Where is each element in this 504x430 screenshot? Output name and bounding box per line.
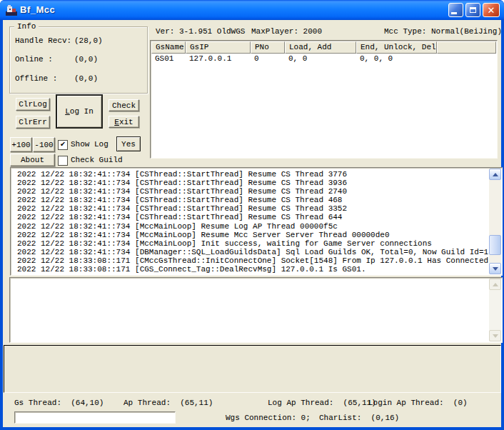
log-lines: 2022 12/22 18:32:41::734 [CSThread::Star… (17, 170, 488, 274)
scroll-down-icon (493, 334, 498, 341)
scroll-up-icon (493, 170, 498, 176)
login-ap-thread-status: Login Ap Thread: (0) (368, 399, 468, 408)
charlist-status: CharList: (0,16) (319, 414, 399, 423)
wgs-connection-status: Wgs Connection: 0; (226, 414, 311, 423)
info-groupbox: Info Handle Recv: (28,0) Online : (0,0) … (9, 26, 148, 94)
app-window: Bf_Mcc ✕ Info Handle Recv: (28,0) Online… (0, 0, 504, 430)
yes-button[interactable]: Yes (116, 136, 141, 151)
online-value: (0,0) (74, 55, 98, 64)
error-scrollbar (489, 279, 501, 341)
scroll-down-button[interactable] (489, 263, 501, 274)
log-line: 2022 12/22 18:32:41::734 [CSThread::Star… (17, 213, 488, 221)
maximize-icon (470, 7, 476, 13)
scroll-up-button[interactable] (489, 169, 501, 180)
minimize-icon (451, 12, 457, 14)
scrollbar-thumb[interactable] (489, 235, 501, 255)
exit-button[interactable]: Exit (109, 116, 139, 128)
maximize-button[interactable] (465, 3, 480, 17)
log-listbox[interactable]: 2022 12/22 18:32:41::734 [CSThread::Star… (10, 167, 503, 276)
window-title: Bf_Mcc (20, 4, 55, 15)
check-guild-label[interactable]: Check Guild (71, 156, 123, 165)
maxplayer-label: MaxPlayer: 2000 (251, 27, 322, 36)
cell-gsip: 127.0.0.1 (186, 54, 251, 64)
command-input[interactable] (14, 411, 176, 424)
log-line: 2022 12/22 18:32:41::734 [CSThread::Star… (17, 187, 488, 196)
log-line: 2022 12/22 18:33:08::171 [CMccGsThread::… (17, 256, 488, 265)
log-line: 2022 12/22 18:32:41::734 [DBManager::SQL… (17, 248, 488, 256)
clrlog-button[interactable]: ClrLog (16, 98, 50, 111)
ap-thread-status: Ap Thread: (65,11) (124, 399, 213, 408)
scroll-down-button-disabled (489, 330, 501, 341)
log-line: 2022 12/22 18:32:41::734 [MccMainLoop] R… (17, 231, 488, 239)
plus100-button[interactable]: +100 (10, 137, 32, 152)
handle-recv-label: Handle Recv: (15, 36, 71, 46)
column-header-gsname[interactable]: GsName (151, 41, 186, 54)
close-button[interactable]: ✕ (483, 3, 500, 17)
app-icon (6, 4, 17, 16)
minus100-button[interactable]: -100 (33, 137, 55, 152)
column-header-load-add[interactable]: Load, Add (285, 41, 356, 54)
offline-value: (0,0) (74, 74, 98, 84)
online-label: Online : (15, 55, 53, 64)
column-header-gsip[interactable]: GsIP (186, 41, 251, 54)
cell-pno: 0 (251, 54, 285, 64)
handle-recv-value: (28,0) (74, 36, 103, 46)
column-header-filler (437, 41, 496, 54)
gs-thread-status: Gs Thread: (64,10) (14, 399, 104, 408)
cell-gsname: GS01 (151, 54, 186, 64)
info-groupbox-title: Info (14, 22, 39, 31)
clrerr-button[interactable]: ClrErr (16, 116, 50, 129)
cell-load-add: 0, 0 (285, 54, 356, 64)
show-log-label[interactable]: Show Log (71, 140, 109, 149)
login-button[interactable]: Log In (56, 94, 103, 129)
log-line: 2022 12/22 18:32:41::734 [MccMainLoop] I… (17, 239, 488, 248)
scroll-up-button-disabled (489, 279, 501, 290)
check-icon: ✔ (61, 141, 66, 149)
table-row[interactable]: GS01 127.0.0.1 0 0, 0 0, 0, 0 (151, 54, 496, 64)
column-header-pno[interactable]: PNo (251, 41, 285, 54)
log-ap-thread-status: Log Ap Thread: (65,11) (268, 399, 376, 408)
version-label: Ver: 3-1.951 OldWGS (156, 27, 245, 36)
scroll-up-icon (493, 280, 498, 286)
titlebar: Bf_Mcc ✕ (0, 0, 504, 20)
column-header-end-unlock-del[interactable]: End, Unlock, Del (356, 41, 437, 54)
log-line: 2022 12/22 18:32:41::734 [CSThread::Star… (17, 170, 488, 179)
about-button[interactable]: About (10, 154, 55, 166)
log-scrollbar[interactable] (489, 169, 501, 274)
close-icon: ✕ (488, 6, 495, 15)
log-line: 2022 12/22 18:32:41::734 [CSThread::Star… (17, 179, 488, 187)
server-listview-header: GsName GsIP PNo Load, Add End, Unlock, D… (151, 41, 496, 54)
log-line: 2022 12/22 18:33:08::171 [CGS_Connect_Ta… (17, 265, 488, 274)
mcc-type-label: Mcc Type: Normal(BeiJing) (384, 27, 502, 36)
log-line: 2022 12/22 18:32:41::734 [CSThread::Star… (17, 196, 488, 204)
minimize-button[interactable] (448, 3, 463, 17)
error-listbox[interactable] (9, 277, 503, 343)
check-guild-checkbox[interactable] (58, 156, 68, 166)
offline-label: Offline : (15, 74, 57, 84)
bottom-panel (4, 345, 501, 393)
check-button[interactable]: Check (109, 99, 139, 111)
log-line: 2022 12/22 18:32:41::734 [MccMainLoop] R… (17, 222, 488, 231)
scroll-down-icon (493, 267, 498, 274)
show-log-checkbox[interactable]: ✔ (58, 140, 68, 150)
cell-end-unlock-del: 0, 0, 0 (356, 54, 437, 64)
log-line: 2022 12/22 18:32:41::734 [CSThread::Star… (17, 204, 488, 213)
server-listview: GsName GsIP PNo Load, Add End, Unlock, D… (150, 40, 498, 159)
